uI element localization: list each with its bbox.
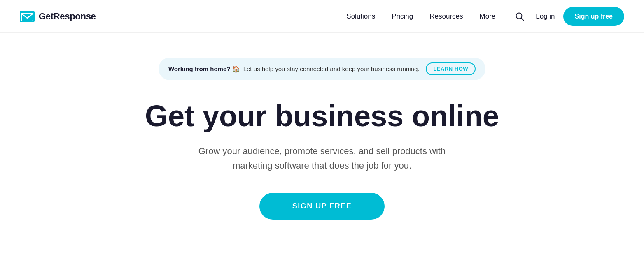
logo[interactable]: GetResponse [20,11,96,22]
learn-how-button[interactable]: LEARN HOW [426,62,476,75]
signup-button-nav[interactable]: Sign up free [563,7,624,26]
search-icon [515,12,524,21]
nav-links: Solutions Pricing Resources More [340,9,502,24]
svg-rect-0 [20,11,35,22]
nav-pricing[interactable]: Pricing [385,9,420,24]
banner-bold-text: Working from home? 🏠 [168,65,240,73]
navbar: GetResponse Solutions Pricing Resources … [0,0,644,33]
nav-resources[interactable]: Resources [423,9,469,24]
hero-cta-button[interactable]: SIGN UP FREE [259,193,385,220]
logo-icon [20,11,35,22]
banner-sub-text: Let us help you stay connected and keep … [243,65,420,72]
hero-title: Get your business online [145,100,499,132]
search-button[interactable] [512,9,527,24]
svg-line-3 [521,18,524,21]
brand-name: GetResponse [39,11,96,22]
main-content: Working from home? 🏠 Let us help you sta… [0,33,644,220]
nav-more[interactable]: More [473,9,502,24]
login-link[interactable]: Log in [534,9,556,24]
hero-subtitle: Grow your audience, promote services, an… [190,144,454,173]
nav-actions: Log in Sign up free [512,7,624,26]
banner: Working from home? 🏠 Let us help you sta… [159,58,485,80]
nav-solutions[interactable]: Solutions [340,9,382,24]
